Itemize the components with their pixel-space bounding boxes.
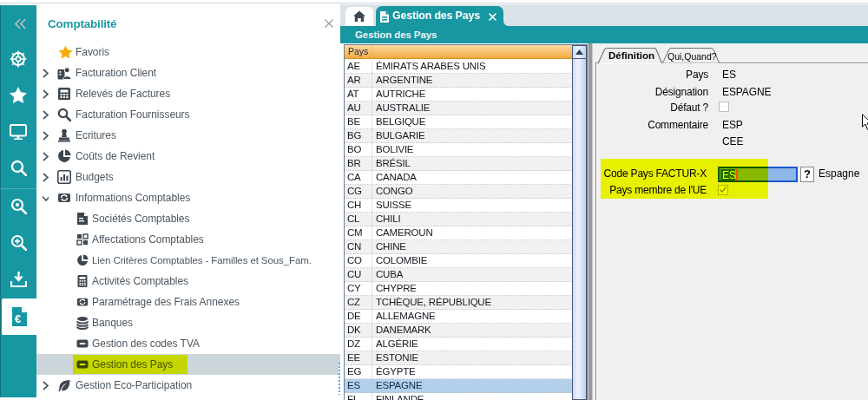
svg-text:€: € bbox=[15, 312, 21, 325]
